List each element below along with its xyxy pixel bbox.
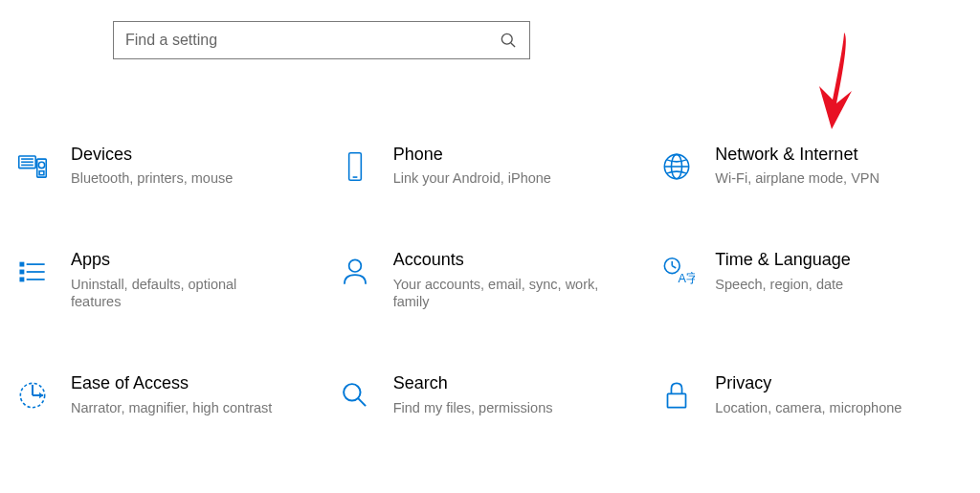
search-input[interactable] [125,32,499,49]
category-desc: Link your Android, iPhone [393,169,551,188]
category-desc: Bluetooth, printers, mouse [71,169,233,188]
category-desc: Narrator, magnifier, high contrast [71,399,272,417]
annotation-arrow [791,29,867,134]
svg-marker-26 [39,392,43,398]
category-title: Privacy [715,372,902,394]
lock-icon [656,374,698,416]
magnifier-icon [334,374,376,416]
phone-icon [334,146,376,188]
svg-point-27 [344,384,360,400]
category-desc: Speech, region, date [715,276,850,294]
svg-rect-16 [20,279,23,281]
search-icon [499,31,518,50]
apps-icon [11,251,54,293]
category-privacy[interactable]: Privacy Location, camera, microphone [656,372,969,416]
category-desc: Wi-Fi, airplane mode, VPN [715,169,880,188]
search-box[interactable] [113,21,530,59]
category-network-internet[interactable]: Network & Internet Wi-Fi, airplane mode,… [656,144,969,188]
category-title: Search [393,372,553,394]
svg-point-0 [501,34,512,44]
category-desc: Uninstall, defaults, optional features [71,276,281,312]
svg-text:A字: A字 [679,271,695,285]
svg-line-1 [511,43,515,47]
svg-rect-8 [39,171,44,175]
category-title: Time & Language [715,249,850,271]
category-title: Phone [393,144,551,166]
svg-rect-9 [348,153,361,181]
settings-grid: Devices Bluetooth, printers, mouse Phone… [11,144,969,417]
svg-rect-29 [668,394,686,408]
category-search[interactable]: Search Find my files, permissions [334,372,647,416]
svg-line-23 [673,266,677,268]
category-title: Ease of Access [71,372,272,394]
category-ease-of-access[interactable]: Ease of Access Narrator, magnifier, high… [11,372,324,416]
svg-rect-14 [20,263,23,266]
time-language-icon: A字 [656,251,698,293]
svg-point-20 [348,260,361,273]
devices-icon [11,146,54,188]
category-time-language[interactable]: A字 Time & Language Speech, region, date [656,249,969,311]
category-title: Network & Internet [715,144,880,166]
ease-of-access-icon [11,374,54,416]
svg-point-7 [38,162,44,168]
category-desc: Location, camera, microphone [715,399,902,417]
category-accounts[interactable]: Accounts Your accounts, email, sync, wor… [334,249,647,311]
category-desc: Find my files, permissions [393,399,553,417]
svg-rect-15 [20,271,23,274]
category-phone[interactable]: Phone Link your Android, iPhone [334,144,647,188]
category-apps[interactable]: Apps Uninstall, defaults, optional featu… [11,249,324,311]
globe-icon [656,146,698,188]
category-title: Devices [71,144,233,166]
svg-line-28 [358,398,366,406]
category-title: Accounts [393,249,604,271]
category-devices[interactable]: Devices Bluetooth, printers, mouse [11,144,324,188]
category-desc: Your accounts, email, sync, work, family [393,276,604,312]
category-title: Apps [71,249,281,271]
person-icon [334,251,376,293]
